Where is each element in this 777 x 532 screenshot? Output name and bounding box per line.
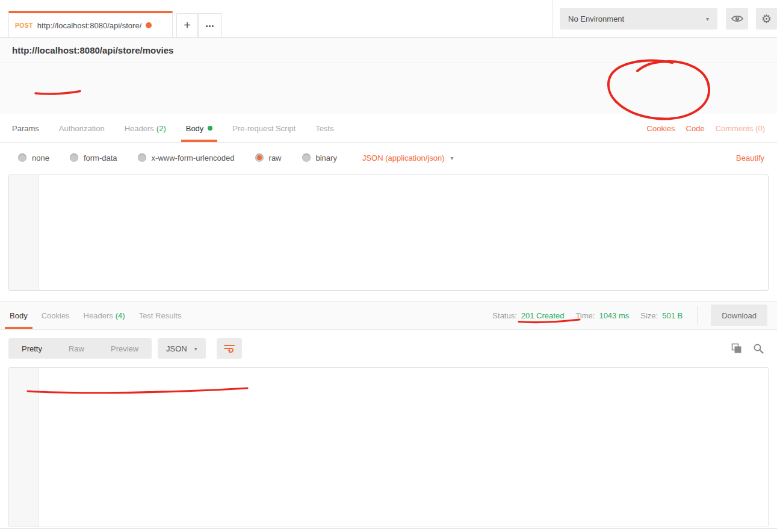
- status-value: 201 Created: [521, 311, 565, 320]
- eye-icon: [731, 14, 744, 23]
- response-headers-count-badge: (4): [116, 311, 125, 320]
- tab-method-badge: POST: [15, 22, 33, 29]
- copy-icon: [731, 343, 742, 354]
- body-type-none[interactable]: none: [18, 153, 49, 162]
- response-status-group: Status: 201 Created Time: 1043 ms Size: …: [492, 302, 767, 329]
- response-tab-cookies[interactable]: Cookies: [42, 302, 70, 329]
- view-raw[interactable]: Raw: [55, 344, 98, 353]
- postman-app: POST http://localhost:8080/api/store/ + …: [0, 0, 777, 532]
- cookies-link[interactable]: Cookies: [647, 124, 675, 133]
- view-pretty[interactable]: Pretty: [8, 344, 55, 353]
- new-tab-button[interactable]: +: [176, 13, 198, 37]
- response-body-editor[interactable]: [8, 367, 769, 527]
- request-tab[interactable]: POST http://localhost:8080/api/store/: [8, 11, 173, 37]
- comments-link[interactable]: Comments (0): [716, 124, 765, 133]
- tab-pre-request-script[interactable]: Pre-request Script: [232, 114, 296, 142]
- radio-icon: [302, 153, 311, 162]
- wrap-text-button[interactable]: [217, 338, 242, 359]
- body-set-dot-icon: [208, 126, 212, 131]
- tab-tests[interactable]: Tests: [315, 114, 333, 142]
- request-title: http://localhost:8080/api/store/movies: [12, 45, 173, 55]
- divider: [698, 306, 698, 324]
- body-type-binary[interactable]: binary: [302, 153, 337, 162]
- response-header: Body Cookies Headers(4) Test Results Sta…: [0, 301, 777, 330]
- time-label: Time:: [575, 311, 595, 320]
- copy-response-button[interactable]: [731, 343, 742, 354]
- tab-body[interactable]: Body: [186, 114, 213, 142]
- gear-icon: ⚙: [761, 12, 772, 26]
- response-format-selector[interactable]: JSON ▾: [158, 338, 206, 359]
- request-body-editor[interactable]: [8, 175, 769, 291]
- beautify-link[interactable]: Beautify: [736, 143, 764, 173]
- radio-selected-icon: [255, 153, 264, 162]
- chevron-down-icon: ▾: [194, 345, 197, 352]
- body-type-row: none form-data x-www-form-urlencoded raw…: [0, 143, 777, 173]
- time-value: 1043 ms: [599, 311, 629, 320]
- response-tab-headers[interactable]: Headers(4): [84, 302, 125, 329]
- search-icon: [753, 343, 764, 354]
- header-divider: [552, 0, 553, 37]
- radio-icon: [138, 153, 146, 162]
- tab-options-button[interactable]: •••: [198, 13, 222, 37]
- line-number-gutter: [9, 368, 39, 527]
- response-tab-test-results[interactable]: Test Results: [139, 302, 182, 329]
- chevron-down-icon: ▾: [450, 155, 453, 161]
- download-button[interactable]: Download: [711, 305, 767, 326]
- size-label: Size:: [640, 311, 658, 320]
- search-response-button[interactable]: [753, 343, 764, 354]
- bottom-border: [0, 528, 777, 529]
- tab-authorization[interactable]: Authorization: [59, 114, 105, 142]
- tab-headers[interactable]: Headers(2): [125, 114, 166, 142]
- environment-selector[interactable]: No Environment ▾: [560, 8, 717, 29]
- response-actions: [731, 338, 764, 359]
- wrap-text-icon: [223, 344, 235, 353]
- tab-url-label: http://localhost:8080/api/store/: [37, 21, 141, 30]
- radio-icon: [70, 153, 78, 162]
- status-label: Status:: [492, 311, 516, 320]
- body-type-raw[interactable]: raw: [255, 153, 282, 162]
- chevron-down-icon: ▾: [706, 16, 709, 22]
- headers-count-badge: (2): [156, 124, 166, 133]
- radio-icon: [18, 153, 26, 162]
- response-tab-body[interactable]: Body: [10, 302, 28, 329]
- response-view-switch: Pretty Raw Preview: [8, 338, 152, 359]
- settings-button[interactable]: ⚙: [756, 8, 777, 29]
- environment-selected-label: No Environment: [568, 14, 624, 23]
- body-type-form-data[interactable]: form-data: [70, 153, 117, 162]
- header-bar: POST http://localhost:8080/api/store/ + …: [0, 0, 777, 38]
- tab-params[interactable]: Params: [12, 114, 39, 142]
- line-number-gutter: [9, 175, 39, 290]
- request-builder: POST ▾ Send ▾ Save ▾: [0, 63, 777, 114]
- size-value: 501 B: [662, 311, 683, 320]
- response-toolbar: Pretty Raw Preview JSON ▾: [0, 330, 777, 367]
- request-title-row: http://localhost:8080/api/store/movies: [0, 38, 777, 63]
- environment-quick-look-button[interactable]: [726, 8, 748, 29]
- request-links: Cookies Code Comments (0): [647, 114, 765, 142]
- view-preview[interactable]: Preview: [98, 344, 152, 353]
- body-type-x-www-form-urlencoded[interactable]: x-www-form-urlencoded: [138, 153, 235, 162]
- request-tabs: Params Authorization Headers(2) Body Pre…: [0, 114, 777, 143]
- unsaved-changes-dot-icon: [146, 22, 152, 28]
- code-link[interactable]: Code: [686, 124, 705, 133]
- content-type-selector[interactable]: JSON (application/json) ▾: [362, 153, 454, 162]
